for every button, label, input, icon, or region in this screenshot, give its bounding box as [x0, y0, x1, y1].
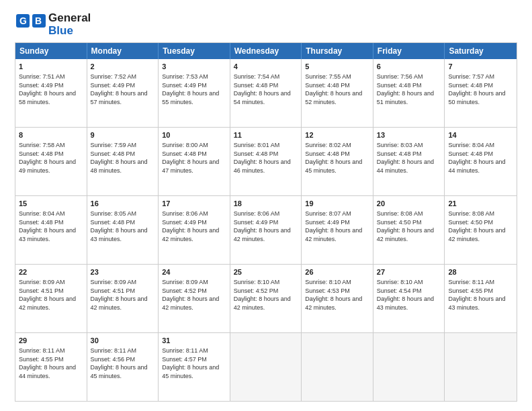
day-cell-2: 2Sunrise: 7:52 AMSunset: 4:49 PMDaylight…: [87, 59, 159, 127]
calendar-body: 1Sunrise: 7:51 AMSunset: 4:49 PMDaylight…: [15, 59, 517, 401]
page: G B General Blue SundayMondayTuesdayWedn…: [0, 0, 532, 411]
day-info: Sunrise: 7:53 AMSunset: 4:49 PMDaylight:…: [162, 73, 226, 106]
day-info: Sunrise: 8:05 AMSunset: 4:48 PMDaylight:…: [91, 210, 155, 243]
day-cell-31: 31Sunrise: 8:11 AMSunset: 4:57 PMDayligh…: [159, 333, 230, 401]
day-number: 8: [19, 130, 83, 140]
day-header-monday: Monday: [87, 43, 159, 59]
day-info: Sunrise: 8:04 AMSunset: 4:48 PMDaylight:…: [19, 210, 83, 243]
day-info: Sunrise: 7:54 AMSunset: 4:48 PMDaylight:…: [234, 73, 298, 106]
day-cell-15: 15Sunrise: 8:04 AMSunset: 4:48 PMDayligh…: [15, 196, 87, 264]
day-cell-20: 20Sunrise: 8:08 AMSunset: 4:50 PMDayligh…: [373, 196, 445, 264]
day-number: 23: [91, 267, 155, 277]
day-number: 15: [19, 199, 83, 209]
calendar-week-5: 29Sunrise: 8:11 AMSunset: 4:55 PMDayligh…: [15, 332, 517, 401]
day-info: Sunrise: 7:58 AMSunset: 4:48 PMDaylight:…: [19, 141, 83, 175]
day-number: 22: [19, 267, 83, 277]
day-cell-21: 21Sunrise: 8:08 AMSunset: 4:50 PMDayligh…: [445, 196, 517, 264]
day-info: Sunrise: 8:07 AMSunset: 4:49 PMDaylight:…: [305, 210, 369, 243]
empty-cell: [445, 333, 517, 401]
calendar-week-1: 1Sunrise: 7:51 AMSunset: 4:49 PMDaylight…: [15, 59, 517, 127]
day-info: Sunrise: 7:57 AMSunset: 4:48 PMDaylight:…: [448, 73, 513, 106]
day-info: Sunrise: 8:08 AMSunset: 4:50 PMDaylight:…: [377, 210, 441, 243]
day-cell-1: 1Sunrise: 7:51 AMSunset: 4:49 PMDaylight…: [15, 59, 87, 127]
day-info: Sunrise: 8:02 AMSunset: 4:48 PMDaylight:…: [305, 141, 369, 175]
day-cell-14: 14Sunrise: 8:04 AMSunset: 4:48 PMDayligh…: [445, 128, 517, 195]
day-number: 5: [305, 62, 369, 72]
day-number: 28: [448, 267, 513, 277]
day-info: Sunrise: 8:10 AMSunset: 4:53 PMDaylight:…: [305, 278, 369, 312]
day-cell-9: 9Sunrise: 7:59 AMSunset: 4:48 PMDaylight…: [87, 128, 159, 195]
day-number: 14: [448, 130, 513, 140]
day-info: Sunrise: 8:01 AMSunset: 4:48 PMDaylight:…: [234, 141, 298, 175]
day-info: Sunrise: 8:11 AMSunset: 4:55 PMDaylight:…: [19, 347, 83, 380]
calendar-week-3: 15Sunrise: 8:04 AMSunset: 4:48 PMDayligh…: [15, 195, 517, 264]
day-info: Sunrise: 8:03 AMSunset: 4:48 PMDaylight:…: [377, 141, 441, 175]
day-cell-25: 25Sunrise: 8:10 AMSunset: 4:52 PMDayligh…: [230, 265, 302, 332]
day-cell-28: 28Sunrise: 8:11 AMSunset: 4:55 PMDayligh…: [445, 265, 517, 332]
day-number: 31: [162, 336, 226, 346]
day-info: Sunrise: 8:08 AMSunset: 4:50 PMDaylight:…: [448, 210, 513, 243]
calendar-header: SundayMondayTuesdayWednesdayThursdayFrid…: [15, 43, 517, 59]
day-cell-11: 11Sunrise: 8:01 AMSunset: 4:48 PMDayligh…: [230, 128, 302, 195]
calendar: SundayMondayTuesdayWednesdayThursdayFrid…: [15, 42, 517, 402]
day-number: 21: [448, 199, 513, 209]
day-number: 6: [377, 62, 441, 72]
day-info: Sunrise: 8:09 AMSunset: 4:51 PMDaylight:…: [19, 278, 83, 312]
day-cell-12: 12Sunrise: 8:02 AMSunset: 4:48 PMDayligh…: [302, 128, 373, 195]
day-cell-3: 3Sunrise: 7:53 AMSunset: 4:49 PMDaylight…: [159, 59, 230, 127]
day-number: 24: [162, 267, 226, 277]
empty-cell: [373, 333, 445, 401]
svg-text:G: G: [19, 15, 27, 26]
day-cell-27: 27Sunrise: 8:10 AMSunset: 4:54 PMDayligh…: [373, 265, 445, 332]
day-number: 11: [234, 130, 298, 140]
day-header-sunday: Sunday: [15, 43, 87, 59]
day-number: 7: [448, 62, 513, 72]
calendar-week-4: 22Sunrise: 8:09 AMSunset: 4:51 PMDayligh…: [15, 264, 517, 332]
day-cell-17: 17Sunrise: 8:06 AMSunset: 4:49 PMDayligh…: [159, 196, 230, 264]
day-info: Sunrise: 8:11 AMSunset: 4:56 PMDaylight:…: [91, 347, 155, 380]
day-info: Sunrise: 8:10 AMSunset: 4:52 PMDaylight:…: [234, 278, 298, 312]
day-number: 4: [234, 62, 298, 72]
day-number: 18: [234, 199, 298, 209]
day-number: 2: [91, 62, 155, 72]
day-info: Sunrise: 8:09 AMSunset: 4:51 PMDaylight:…: [91, 278, 155, 312]
day-cell-23: 23Sunrise: 8:09 AMSunset: 4:51 PMDayligh…: [87, 265, 159, 332]
day-number: 30: [91, 336, 155, 346]
logo-blue: Blue: [48, 25, 91, 38]
header: G B General Blue: [15, 12, 517, 37]
logo-general: General: [48, 12, 91, 25]
day-cell-16: 16Sunrise: 8:05 AMSunset: 4:48 PMDayligh…: [87, 196, 159, 264]
day-cell-13: 13Sunrise: 8:03 AMSunset: 4:48 PMDayligh…: [373, 128, 445, 195]
day-cell-26: 26Sunrise: 8:10 AMSunset: 4:53 PMDayligh…: [302, 265, 373, 332]
logo: G B General Blue: [15, 12, 91, 37]
day-cell-22: 22Sunrise: 8:09 AMSunset: 4:51 PMDayligh…: [15, 265, 87, 332]
empty-cell: [302, 333, 373, 401]
day-cell-8: 8Sunrise: 7:58 AMSunset: 4:48 PMDaylight…: [15, 128, 87, 195]
day-cell-29: 29Sunrise: 8:11 AMSunset: 4:55 PMDayligh…: [15, 333, 87, 401]
day-header-thursday: Thursday: [302, 43, 373, 59]
day-info: Sunrise: 8:11 AMSunset: 4:55 PMDaylight:…: [448, 278, 513, 312]
day-number: 25: [234, 267, 298, 277]
day-number: 17: [162, 199, 226, 209]
day-header-wednesday: Wednesday: [230, 43, 302, 59]
day-info: Sunrise: 7:59 AMSunset: 4:48 PMDaylight:…: [91, 141, 155, 175]
day-number: 26: [305, 267, 369, 277]
day-info: Sunrise: 7:52 AMSunset: 4:49 PMDaylight:…: [91, 73, 155, 106]
day-number: 16: [91, 199, 155, 209]
day-number: 27: [377, 267, 441, 277]
day-cell-24: 24Sunrise: 8:09 AMSunset: 4:52 PMDayligh…: [159, 265, 230, 332]
day-info: Sunrise: 7:55 AMSunset: 4:48 PMDaylight:…: [305, 73, 369, 106]
day-info: Sunrise: 8:06 AMSunset: 4:49 PMDaylight:…: [234, 210, 298, 243]
day-cell-7: 7Sunrise: 7:57 AMSunset: 4:48 PMDaylight…: [445, 59, 517, 127]
day-cell-30: 30Sunrise: 8:11 AMSunset: 4:56 PMDayligh…: [87, 333, 159, 401]
calendar-week-2: 8Sunrise: 7:58 AMSunset: 4:48 PMDaylight…: [15, 127, 517, 195]
day-info: Sunrise: 8:00 AMSunset: 4:48 PMDaylight:…: [162, 141, 226, 175]
day-cell-10: 10Sunrise: 8:00 AMSunset: 4:48 PMDayligh…: [159, 128, 230, 195]
day-info: Sunrise: 8:04 AMSunset: 4:48 PMDaylight:…: [448, 141, 513, 175]
day-info: Sunrise: 7:51 AMSunset: 4:49 PMDaylight:…: [19, 73, 83, 106]
day-info: Sunrise: 8:10 AMSunset: 4:54 PMDaylight:…: [377, 278, 441, 312]
empty-cell: [230, 333, 302, 401]
day-number: 20: [377, 199, 441, 209]
logo-icon: G B: [15, 13, 47, 37]
day-number: 3: [162, 62, 226, 72]
